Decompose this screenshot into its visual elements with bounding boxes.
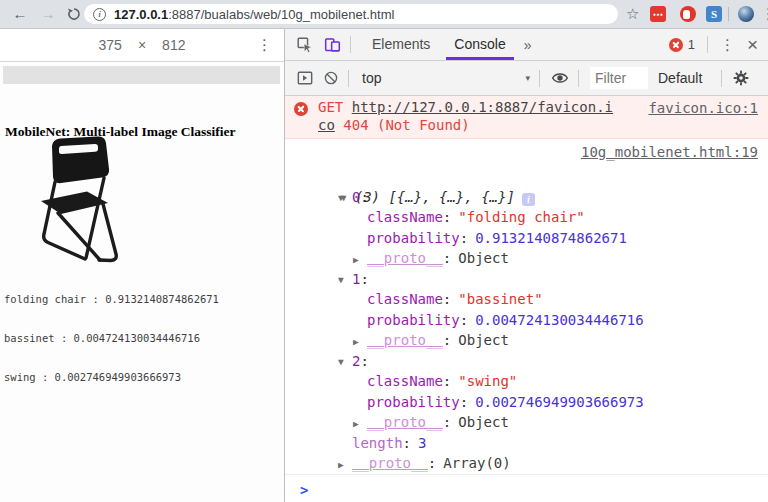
- expand-arrow-icon[interactable]: ▶: [338, 455, 352, 476]
- back-icon[interactable]: ←: [6, 0, 34, 28]
- property-value: "swing": [458, 373, 517, 389]
- log-levels-select[interactable]: Default: [658, 70, 702, 86]
- colon: :: [403, 435, 411, 451]
- filter-input[interactable]: [590, 67, 648, 89]
- chevron-down-icon: ▾: [525, 73, 530, 83]
- classification-results: folding chair : 0.9132140874862671 bassi…: [4, 267, 219, 410]
- error-status: 404 (Not Found): [335, 117, 470, 133]
- expand-arrow-icon[interactable]: ▼: [338, 270, 352, 291]
- property-name: className: [367, 209, 443, 225]
- page-top-strip: [3, 66, 280, 84]
- result-line: bassinet : 0.004724130034446716: [4, 332, 219, 345]
- console-settings-gear-icon[interactable]: [733, 70, 749, 86]
- property-value: 3: [418, 435, 426, 451]
- console-tree-row: className:"bassinet": [285, 289, 768, 310]
- expand-arrow-icon[interactable]: ▶: [353, 414, 367, 435]
- error-url-link[interactable]: http://127.0.0.1:8887/favicon.i: [352, 99, 613, 115]
- address-bar[interactable]: i 127.0.0.1:8887/bualabs/web/10g_mobilen…: [84, 4, 618, 24]
- more-tabs-icon[interactable]: »: [518, 37, 538, 53]
- colon: :: [443, 332, 451, 348]
- property-value: 0.004724130034446716: [475, 312, 644, 328]
- console-tree-row: ▶__proto__:Object: [285, 248, 768, 269]
- divider: [539, 70, 540, 87]
- info-icon: i: [522, 193, 535, 206]
- expand-arrow-icon[interactable]: ▼: [338, 188, 352, 209]
- device-toolbar: 375 × 812 ⋮: [0, 29, 284, 62]
- divider: [707, 36, 708, 53]
- console-sidebar-icon[interactable]: [296, 69, 314, 87]
- colon: :: [460, 394, 468, 410]
- console-toolbar: top ▾ Default: [285, 61, 768, 96]
- colon: :: [443, 291, 451, 307]
- property-value: "bassinet": [458, 291, 542, 307]
- console-tree-row: ▼1:: [285, 269, 768, 290]
- device-menu-icon[interactable]: ⋮: [257, 29, 272, 61]
- divider: [721, 70, 722, 87]
- expand-arrow-icon[interactable]: ▶: [353, 250, 367, 271]
- console-tree-row: className:"folding chair": [285, 207, 768, 228]
- colon: :: [443, 414, 451, 430]
- device-toolbar-icon[interactable]: [324, 36, 341, 53]
- error-method: GET: [318, 99, 352, 115]
- devtools-tabbar: Elements Console » 1 ⋮ ×: [285, 29, 768, 61]
- url-host: 127.0.0.1: [114, 7, 168, 22]
- property-value: Array(0): [443, 455, 510, 471]
- site-info-icon[interactable]: i: [93, 8, 106, 21]
- colon: :: [460, 230, 468, 246]
- property-name: __proto__: [367, 414, 443, 430]
- clear-console-icon[interactable]: [323, 70, 339, 86]
- context-selector[interactable]: top ▾: [362, 70, 530, 86]
- property-name: probability: [367, 230, 460, 246]
- error-count[interactable]: 1: [688, 37, 695, 52]
- console-object-tree: ▼0:className:"folding chair"probability:…: [285, 187, 768, 474]
- property-name: __proto__: [367, 332, 443, 348]
- console-tree-row: ▶__proto__:Object: [285, 412, 768, 433]
- expand-arrow-icon[interactable]: ▶: [353, 332, 367, 353]
- console-prompt-row[interactable]: >: [285, 474, 768, 502]
- property-name: __proto__: [367, 250, 443, 266]
- property-value: Object: [458, 250, 509, 266]
- property-name: probability: [367, 312, 460, 328]
- extension-adblock-icon[interactable]: [680, 6, 696, 22]
- expand-arrow-icon[interactable]: ▼: [338, 352, 352, 373]
- live-expression-eye-icon[interactable]: [551, 69, 569, 87]
- array-preview: (3) [{…}, {…}, {…}]: [355, 189, 515, 205]
- inspect-element-icon[interactable]: [296, 36, 313, 53]
- colon: :: [443, 250, 451, 266]
- extension-dots-icon[interactable]: ●●●: [650, 6, 666, 22]
- console-tree-row: probability:0.9132140874862671: [285, 228, 768, 249]
- forward-icon[interactable]: →: [34, 0, 62, 28]
- error-count-icon[interactable]: [669, 38, 683, 52]
- context-label: top: [362, 70, 381, 86]
- divider: [350, 36, 351, 53]
- property-value: 0.002746949903666973: [475, 394, 644, 410]
- divider: [728, 7, 729, 21]
- tab-console[interactable]: Console: [442, 29, 517, 60]
- console-log-entry-header: 10g_mobilenet.html:19: [285, 139, 768, 166]
- devtools-close-icon[interactable]: ×: [743, 34, 768, 56]
- console-prompt-chevron-icon: >: [285, 482, 308, 498]
- device-width[interactable]: 375: [99, 37, 122, 53]
- console-tree-row: probability:0.004724130034446716: [285, 310, 768, 331]
- property-value: 0.9132140874862671: [475, 230, 627, 246]
- error-icon: [294, 102, 308, 116]
- tab-elements[interactable]: Elements: [360, 29, 442, 60]
- error-url-link[interactable]: co: [318, 117, 335, 133]
- console-tree-row: className:"swing": [285, 371, 768, 392]
- extension-s-icon[interactable]: S: [706, 6, 722, 22]
- page-viewport: 375 × 812 ⋮ MobileNet: Multi-label Image…: [0, 29, 285, 502]
- device-height[interactable]: 812: [162, 37, 185, 53]
- extension-globe-icon[interactable]: [738, 6, 754, 22]
- bookmark-star-icon[interactable]: ☆: [626, 0, 639, 28]
- console-tree-row: probability:0.002746949903666973: [285, 392, 768, 413]
- devtools-menu-icon[interactable]: ⋮: [712, 36, 743, 54]
- console-tree-row: ▼2:: [285, 351, 768, 372]
- colon: :: [360, 271, 368, 287]
- url-path: :8887/bualabs/web/10g_mobilenet.html: [168, 7, 394, 22]
- error-source-link[interactable]: favicon.ico:1: [648, 100, 758, 116]
- property-name: length: [352, 435, 403, 451]
- times-icon: ×: [138, 37, 146, 53]
- browser-menu-icon[interactable]: ⋮: [761, 0, 768, 28]
- colon: :: [360, 353, 368, 369]
- log-source-link[interactable]: 10g_mobilenet.html:19: [581, 144, 758, 160]
